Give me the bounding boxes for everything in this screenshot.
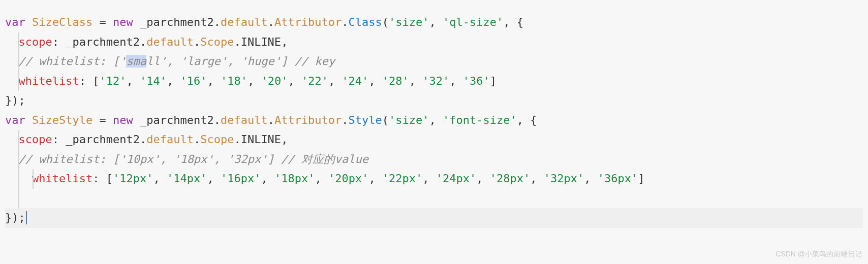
punctuation: , xyxy=(429,114,443,126)
space xyxy=(25,114,32,126)
punctuation: : [ xyxy=(79,75,100,87)
punctuation: , xyxy=(449,75,463,87)
punctuation: }); xyxy=(5,211,25,224)
punctuation: , xyxy=(422,172,436,185)
punctuation: ( xyxy=(382,16,389,28)
property: Attributor xyxy=(274,16,342,28)
string-literal: '24' xyxy=(342,75,368,87)
string-literal: 'size' xyxy=(389,16,429,28)
punctuation: . xyxy=(194,36,200,48)
punctuation: , xyxy=(368,172,382,185)
punctuation: , xyxy=(429,16,443,28)
space xyxy=(133,114,140,126)
code-editor[interactable]: var SizeClass = new _parchment2.default.… xyxy=(5,13,863,228)
property: default xyxy=(146,133,194,146)
indent xyxy=(5,75,19,87)
code-line: var SizeClass = new _parchment2.default.… xyxy=(5,13,863,32)
string-literal: '20' xyxy=(261,75,288,87)
indent-guide xyxy=(33,169,34,189)
punctuation: , xyxy=(530,172,544,185)
punctuation: : xyxy=(52,36,66,48)
punctuation: , { xyxy=(517,114,537,126)
punctuation: , xyxy=(207,75,221,87)
punctuation: , xyxy=(281,133,288,146)
punctuation: }); xyxy=(5,94,25,107)
punctuation: ] xyxy=(638,172,644,185)
property: default xyxy=(146,36,194,48)
property-name: scope xyxy=(19,36,52,48)
indent-guide xyxy=(18,130,19,150)
method-name: Style xyxy=(349,114,382,126)
punctuation: = xyxy=(92,114,113,126)
comment-text: ll', 'large', 'huge'] // key xyxy=(146,55,335,68)
space xyxy=(133,16,140,28)
string-literal: '22px' xyxy=(382,172,422,185)
code-line: }); xyxy=(5,91,863,111)
identifier: _parchment2 xyxy=(140,114,214,126)
property-name: whitelist xyxy=(19,75,79,87)
string-literal: '18px' xyxy=(274,172,315,185)
string-literal: 'size' xyxy=(389,114,429,126)
code-line-active: }); xyxy=(5,208,863,228)
string-literal: '28px' xyxy=(490,172,530,185)
variable-name: SizeClass xyxy=(32,16,92,28)
indent-guide xyxy=(18,189,19,209)
property: Attributor xyxy=(274,114,342,126)
punctuation: , xyxy=(126,75,140,87)
identifier: _parchment2 xyxy=(66,36,140,48)
keyword-new: new xyxy=(113,114,133,126)
code-line xyxy=(5,189,863,209)
watermark: CSDN @小菜鸟的前端日记 xyxy=(776,248,862,260)
string-literal: '20px' xyxy=(328,172,368,185)
property: Scope xyxy=(200,36,234,48)
indent-guide xyxy=(18,150,19,170)
variable-name: SizeStyle xyxy=(32,114,92,126)
string-literal: '14' xyxy=(140,75,167,87)
method-name: Class xyxy=(349,16,382,28)
punctuation: , xyxy=(281,36,288,48)
code-line: // whitelist: ['10px', '18px', '32px'] /… xyxy=(5,150,863,170)
string-literal: '24px' xyxy=(436,172,476,185)
comment-text: // whitelist: [' xyxy=(19,55,127,68)
blank-line xyxy=(5,192,12,205)
string-literal: '12px' xyxy=(113,172,153,185)
code-line: scope: _parchment2.default.Scope.INLINE, xyxy=(5,130,863,150)
string-literal: '28' xyxy=(382,75,409,87)
punctuation: , xyxy=(167,75,180,87)
indent-guide xyxy=(18,169,19,189)
punctuation: , xyxy=(476,172,490,185)
selection-highlight: sma xyxy=(126,55,146,68)
string-literal: '32px' xyxy=(544,172,584,185)
punctuation: , xyxy=(409,75,423,87)
space xyxy=(25,16,32,28)
punctuation: . xyxy=(268,114,274,126)
property: default xyxy=(221,114,268,126)
punctuation: . xyxy=(194,133,200,146)
punctuation: . xyxy=(342,16,348,28)
constant: INLINE xyxy=(241,36,281,48)
code-line: scope: _parchment2.default.Scope.INLINE, xyxy=(5,32,863,52)
punctuation: = xyxy=(92,16,113,28)
string-literal: '36' xyxy=(463,75,490,87)
string-literal: '12' xyxy=(99,75,126,87)
punctuation: . xyxy=(140,36,146,48)
identifier: _parchment2 xyxy=(140,16,214,28)
indent xyxy=(5,153,19,166)
code-line: // whitelist: ['small', 'large', 'huge']… xyxy=(5,52,863,72)
punctuation: : [ xyxy=(92,172,113,185)
punctuation: . xyxy=(342,114,348,126)
keyword-new: new xyxy=(113,16,133,28)
string-literal: '16px' xyxy=(221,172,261,185)
punctuation: , xyxy=(261,172,274,185)
keyword-var: var xyxy=(5,114,25,126)
punctuation: : xyxy=(52,133,66,146)
punctuation: . xyxy=(234,36,240,48)
property-name: whitelist xyxy=(32,172,92,185)
punctuation: , xyxy=(207,172,221,185)
property: default xyxy=(221,16,268,28)
code-line: whitelist: ['12', '14', '16', '18', '20'… xyxy=(5,72,863,91)
constant: INLINE xyxy=(241,133,281,146)
identifier: _parchment2 xyxy=(66,133,140,146)
string-literal: '22' xyxy=(301,75,328,87)
punctuation: , xyxy=(315,172,328,185)
